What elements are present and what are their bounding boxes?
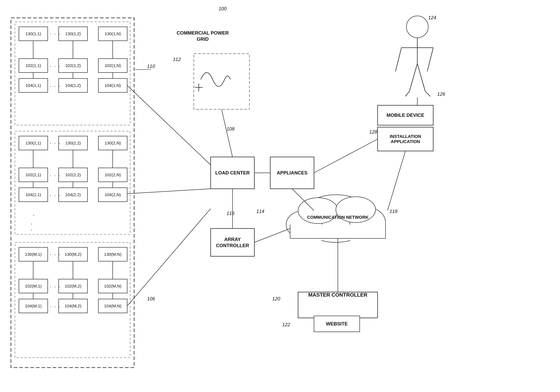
dots-row1-mid1: · · · [50, 63, 61, 69]
ref-100: 100 [219, 6, 227, 11]
dots-rowM-mid1: · · · [50, 284, 61, 290]
array-controller-label: ARRAY CONTROLLER [211, 228, 254, 256]
svg-point-79 [406, 16, 428, 38]
svg-point-63 [350, 208, 386, 237]
label-102-1-N: 102(1,N) [98, 59, 127, 72]
label-102-2-2: 102(2,2) [59, 168, 87, 182]
svg-line-71 [292, 189, 314, 211]
ref-120: 120 [272, 296, 280, 302]
communication-network-label: COMMUNICATION NETWORK [296, 215, 380, 220]
dots-row1-mid2: · · · [50, 83, 61, 89]
label-102-M-1: 102(M,1) [19, 279, 48, 293]
dots-rowM-top: · · · [50, 251, 61, 257]
label-130-1-2: 130(1,2) [59, 27, 87, 41]
ref-118: 118 [390, 209, 398, 214]
mobile-device-label: MOBILE DEVICE [378, 105, 433, 125]
appliances-label: APPLIANCES [270, 157, 314, 189]
ref-124: 124 [428, 15, 436, 20]
label-102-2-1: 102(2,1) [19, 168, 48, 182]
svg-line-78 [314, 139, 378, 173]
label-102-M-N: 102(M,N) [98, 279, 127, 293]
ref-116: 116 [227, 211, 234, 216]
label-130-2-2: 130(2,2) [59, 136, 87, 150]
ref-106: 106 [147, 296, 155, 302]
svg-line-83 [427, 48, 433, 71]
label-104-M-N: 104(M,N) [98, 299, 127, 313]
label-104-2-2: 104(2,2) [59, 188, 87, 202]
svg-line-51 [127, 209, 211, 306]
ref-114: 114 [256, 209, 264, 214]
label-130-M-N: 130(M,N) [98, 247, 127, 261]
load-center-label: LOAD CENTER [211, 157, 254, 189]
label-102-M-2: 102(M,2) [59, 279, 87, 293]
diagram-container: 100 130(1,1) 130(1,2) 130(1,N) · · · 102… [0, 0, 560, 392]
svg-line-86 [405, 91, 409, 96]
dots-between-rows2: · [31, 221, 32, 227]
ref-108: 108 [227, 126, 234, 132]
label-102-2-N: 102(2,N) [98, 168, 127, 182]
label-104-1-N: 104(1,N) [98, 78, 127, 92]
dots-row2-mid1: · · · [50, 172, 61, 179]
installation-application-label: INSTALLATION APPLICATION [378, 127, 433, 151]
ref-112: 112 [173, 57, 181, 62]
svg-line-82 [395, 48, 401, 71]
label-130-1-N: 130(1,N) [98, 27, 127, 41]
svg-line-77 [388, 151, 405, 211]
label-104-1-1: 104(1,1) [19, 78, 48, 92]
label-104-2-N: 104(2,N) [98, 188, 127, 202]
label-104-M-1: 104(M,1) [19, 299, 48, 313]
dots-between-rows3: · [31, 226, 32, 233]
dots-between-rows: · [31, 215, 37, 218]
ref-126: 126 [437, 91, 445, 97]
label-130-M-2: 130(M,2) [59, 247, 87, 261]
label-130-M-1: 130(M,1) [19, 247, 48, 261]
label-130-2-N: 130(2,N) [98, 136, 127, 150]
label-130-2-1: 130(2,1) [19, 136, 48, 150]
svg-line-60 [221, 109, 232, 157]
website-label: WEBSITE [314, 316, 360, 332]
label-104-M-2: 104(M,2) [59, 299, 87, 313]
label-104-2-1: 104(2,1) [19, 188, 48, 202]
label-130-1-1: 130(1,1) [19, 27, 48, 41]
svg-rect-57 [194, 54, 250, 109]
ref-128: 128 [369, 129, 377, 135]
svg-line-70 [254, 228, 290, 242]
svg-line-84 [409, 64, 417, 91]
dots-row2-top: · · · [50, 140, 61, 146]
svg-line-49 [127, 85, 211, 165]
commercial-power-grid-label: COMMERCIAL POWER GRID [173, 30, 232, 42]
label-102-1-2: 102(1,2) [59, 59, 87, 72]
dots-row1-top: · · · [50, 31, 61, 37]
master-controller-label: MASTER CONTROLLER [298, 290, 378, 298]
dots-rowM-mid2: · · · [50, 304, 61, 310]
label-102-1-1: 102(1,1) [19, 59, 48, 72]
label-104-1-2: 104(1,2) [59, 78, 87, 92]
dots-row2-mid2: · · · [50, 192, 61, 198]
svg-line-87 [425, 91, 430, 96]
ref-110: 110 [147, 64, 155, 69]
ref-122: 122 [282, 322, 290, 327]
svg-line-85 [417, 64, 425, 91]
svg-rect-66 [290, 225, 386, 240]
svg-line-50 [127, 189, 211, 194]
